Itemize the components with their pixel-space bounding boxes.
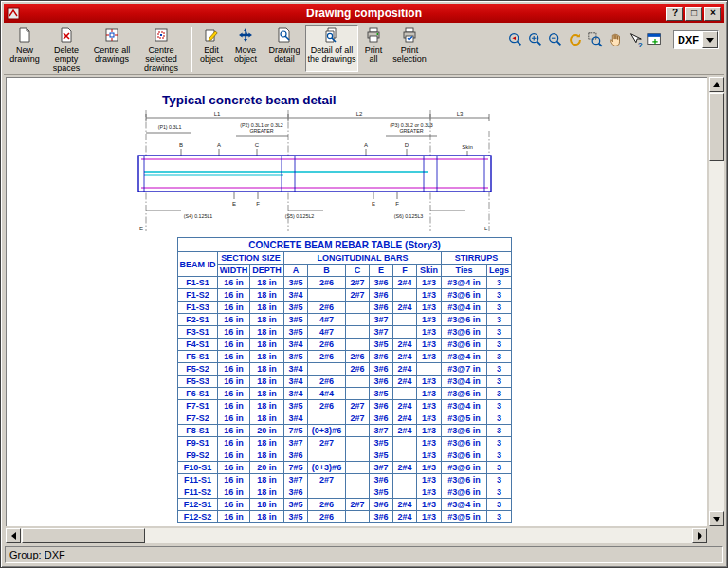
table-cell: F6-S1 <box>178 388 218 400</box>
delete-empty-spaces-button[interactable]: Delete empty spaces <box>44 25 89 72</box>
drawing-detail-button[interactable]: Drawing detail <box>264 25 305 72</box>
table-cell: 18 in <box>250 449 284 462</box>
help-button[interactable]: ? <box>666 7 683 21</box>
export-format-combo[interactable]: DXF <box>673 30 719 49</box>
table-cell: #3@6 in <box>442 314 487 326</box>
print-selection-button[interactable]: Print selection <box>389 25 430 72</box>
table-cell: 3#6 <box>284 486 308 499</box>
regenerate-icon[interactable] <box>566 30 585 49</box>
table-cell: #3@6 in <box>442 449 487 462</box>
table-cell: F11-S2 <box>178 486 218 499</box>
table-cell <box>346 511 370 523</box>
export-view-icon[interactable] <box>646 30 664 49</box>
table-cell: 1#3 <box>417 388 442 400</box>
table-cell: 1#3 <box>417 376 442 388</box>
table-row: F3-S116 in18 in3#54#73#71#3#3@6 in3 <box>178 326 512 339</box>
table-cell: #3@5 in <box>442 511 487 523</box>
table-cell: 3 <box>487 449 512 462</box>
horizontal-scrollbar[interactable] <box>6 528 707 543</box>
arrow-left-icon <box>11 532 16 540</box>
table-cell: F12-S2 <box>178 511 218 523</box>
zoom-in-icon[interactable] <box>526 30 545 49</box>
table-cell: F9-S2 <box>178 449 218 462</box>
table-cell: F1-S3 <box>178 302 218 314</box>
horizontal-scroll-thumb[interactable] <box>22 528 145 543</box>
table-cell: F7-S2 <box>178 412 218 425</box>
table-cell: 1#3 <box>417 425 442 437</box>
table-cell: 16 in <box>218 462 250 474</box>
table-cell: 3#6 <box>370 277 393 289</box>
table-cell: 3#4 <box>284 339 308 351</box>
pan-icon[interactable] <box>606 30 625 49</box>
table-cell: 3 <box>487 437 512 449</box>
bar-mark: D <box>405 142 410 148</box>
table-cell: #3@4 in <box>442 351 487 363</box>
table-row: F1-S216 in18 in3#42#73#61#3#3@6 in3 <box>178 289 512 302</box>
table-cell <box>346 302 370 314</box>
combo-dropdown-button[interactable] <box>702 31 718 48</box>
table-cell: 3#5 <box>284 351 308 363</box>
column-header: B <box>308 265 346 277</box>
beam-elevation-drawing[interactable]: L1 L2 L3 (P1) 0.3L1 (P2) 0.3L1 or 0.3L2 … <box>132 108 507 233</box>
table-cell: F4-S1 <box>178 339 218 351</box>
table-cell: 3 <box>487 326 512 339</box>
table-cell: 2#6 <box>308 400 346 412</box>
drawing-detail-icon <box>277 27 292 46</box>
table-cell: 2#7 <box>346 277 370 289</box>
table-cell <box>346 339 370 351</box>
zoom-out-icon[interactable] <box>546 30 565 49</box>
table-cell <box>308 412 346 425</box>
bar-mark: F <box>395 201 399 207</box>
bar-mark: B <box>179 142 183 148</box>
maximize-button[interactable]: □ <box>685 7 702 21</box>
rebar-table[interactable]: CONCRETE BEAM REBAR TABLE (Story3) BEAM … <box>177 237 512 523</box>
context-help-icon[interactable]: ? <box>626 30 645 49</box>
table-cell: 3#6 <box>370 474 393 486</box>
arrow-up-icon <box>713 82 720 87</box>
table-cell: 18 in <box>250 499 284 511</box>
table-cell: 16 in <box>218 363 250 376</box>
table-cell: 2#4 <box>393 511 417 523</box>
table-cell: 16 in <box>218 314 250 326</box>
table-cell: 3#5 <box>284 511 308 523</box>
table-cell: #3@6 in <box>442 425 487 437</box>
table-cell: 3 <box>487 462 512 474</box>
vertical-scroll-thumb[interactable] <box>709 93 724 161</box>
table-cell: 4#7 <box>308 314 346 326</box>
zoom-previous-icon[interactable] <box>506 30 525 49</box>
centre-selected-drawings-icon <box>154 27 169 46</box>
table-cell: 3 <box>487 474 512 486</box>
vertical-scrollbar[interactable] <box>709 77 724 526</box>
table-row: F11-S116 in18 in3#72#73#61#3#3@6 in3 <box>178 474 512 486</box>
scroll-up-button[interactable] <box>709 77 724 92</box>
table-cell <box>346 486 370 499</box>
table-row: F12-S116 in18 in3#52#62#73#62#41#3#3@4 i… <box>178 499 512 511</box>
close-button[interactable]: × <box>704 7 721 21</box>
move-object-button[interactable]: Move object <box>228 25 264 72</box>
print-all-button[interactable]: Print all <box>358 25 389 72</box>
table-cell: 3#5 <box>370 388 393 400</box>
zoom-window-icon[interactable] <box>586 30 605 49</box>
new-drawing-button[interactable]: New drawing <box>6 25 44 72</box>
column-header: C <box>346 265 370 277</box>
table-cell: 3 <box>487 412 512 425</box>
column-header: WIDTH <box>218 265 250 277</box>
drawing-canvas[interactable]: Typical concrete beam detail L1 L2 L3 (P… <box>6 77 707 526</box>
table-cell: 2#6 <box>346 363 370 376</box>
centre-selected-drawings-button[interactable]: Centre selected drawings <box>135 25 188 72</box>
table-cell: 16 in <box>218 449 250 462</box>
table-cell: F2-S1 <box>178 314 218 326</box>
scroll-left-button[interactable] <box>6 528 21 543</box>
scroll-right-button[interactable] <box>692 528 707 543</box>
centre-all-drawings-button[interactable]: Centre all drawings <box>89 25 135 72</box>
detail-all-drawings-button[interactable]: Detail of all the drawings <box>305 25 358 72</box>
table-cell: 2#4 <box>393 425 417 437</box>
title-bar[interactable]: Drawing composition ? □ × <box>4 4 724 23</box>
table-cell: 2#6 <box>308 277 346 289</box>
edit-object-button[interactable]: Edit object <box>195 25 228 72</box>
table-row: F8-S116 in20 in7#5(0+3)#63#72#41#3#3@6 i… <box>178 425 512 437</box>
table-cell: 3 <box>487 314 512 326</box>
table-cell: #3@7 in <box>442 363 487 376</box>
move-object-icon <box>238 27 253 46</box>
scroll-down-button[interactable] <box>709 511 724 526</box>
